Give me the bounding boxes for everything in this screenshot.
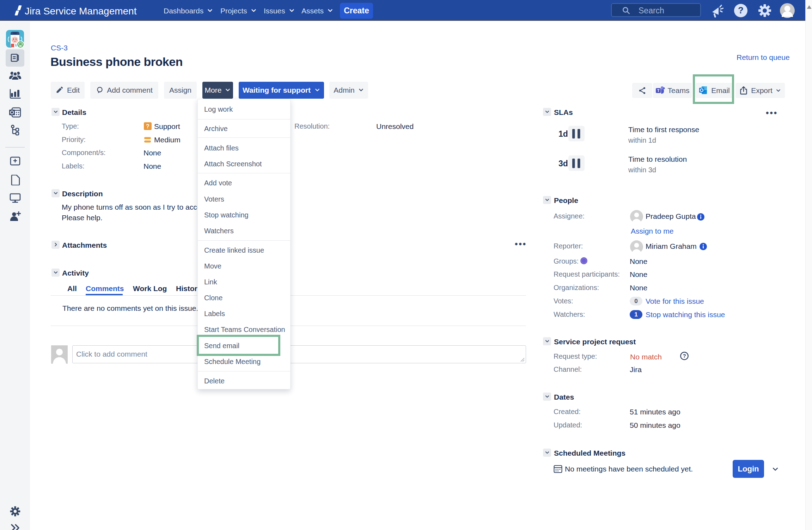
svg-text:?: ?: [146, 123, 149, 129]
svg-text:?: ?: [738, 5, 744, 16]
svg-text:?: ?: [683, 353, 686, 359]
svg-text:T: T: [657, 88, 659, 93]
